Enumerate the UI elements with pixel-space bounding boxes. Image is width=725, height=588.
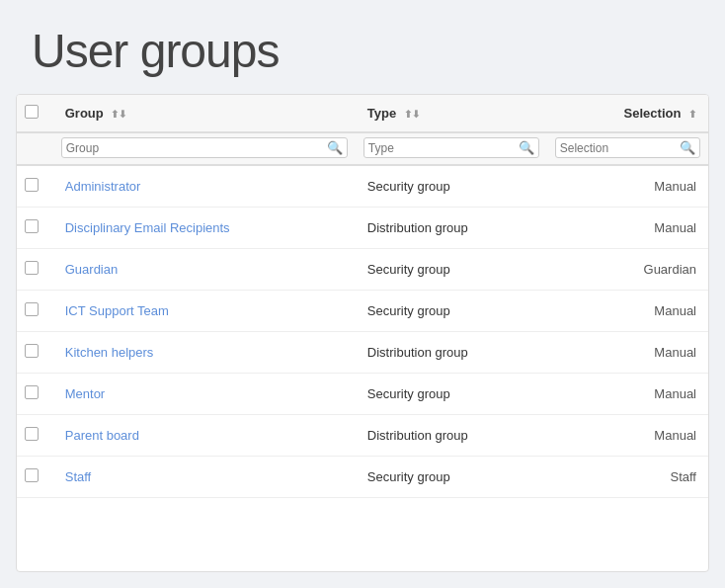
group-column-header[interactable]: Group ⬆⬇ [53,95,356,132]
row-type-cell: Security group [356,374,547,415]
select-all-checkbox[interactable] [25,105,39,119]
row-selection-cell: Manual [547,165,708,208]
user-groups-table: Group ⬆⬇ Type ⬆⬇ Selection ⬆ [17,95,708,498]
group-link[interactable]: Disciplinary Email Recipients [65,220,230,235]
row-checkbox[interactable] [25,385,39,399]
type-column-header[interactable]: Type ⬆⬇ [356,95,547,132]
row-type-cell: Distribution group [356,415,547,457]
row-selection-cell: Manual [547,374,708,415]
page-header: User groups [0,0,725,94]
row-checkbox-cell [17,415,53,457]
group-filter-input[interactable] [66,141,325,155]
group-link[interactable]: Staff [65,469,92,484]
row-selection-cell: Manual [547,208,708,249]
table-row: Mentor Security group Manual [17,374,708,415]
page-title: User groups [32,24,693,78]
row-checkbox-cell [17,291,53,332]
row-group-cell: Staff [53,457,356,498]
group-search-icon[interactable]: 🔍 [327,140,343,155]
row-checkbox-cell [17,165,53,208]
row-selection-cell: Manual [547,415,708,457]
row-group-cell: Mentor [53,374,356,415]
group-filter-wrap: 🔍 [61,137,348,158]
table-header-row: Group ⬆⬇ Type ⬆⬇ Selection ⬆ [17,95,708,132]
row-type-cell: Distribution group [356,332,547,374]
row-type-cell: Security group [356,165,547,208]
select-all-header[interactable] [17,95,53,132]
row-type-cell: Security group [356,291,547,332]
table-body: Administrator Security group Manual Disc… [17,165,708,498]
row-checkbox[interactable] [25,344,39,358]
table-scroll[interactable]: Group ⬆⬇ Type ⬆⬇ Selection ⬆ [17,95,708,571]
row-checkbox-cell [17,332,53,374]
table-row: Parent board Distribution group Manual [17,415,708,457]
row-checkbox[interactable] [25,427,39,441]
filter-selection-cell: 🔍 [547,132,708,165]
row-group-cell: Disciplinary Email Recipients [53,208,356,249]
row-checkbox[interactable] [25,261,39,275]
row-group-cell: ICT Support Team [53,291,356,332]
type-filter-wrap: 🔍 [363,137,539,158]
row-checkbox[interactable] [25,178,39,192]
selection-column-header[interactable]: Selection ⬆ [547,95,708,132]
group-link[interactable]: Mentor [65,386,105,401]
group-link[interactable]: Administrator [65,179,141,194]
table-row: ICT Support Team Security group Manual [17,291,708,332]
table-row: Administrator Security group Manual [17,165,708,208]
row-checkbox-cell [17,249,53,291]
row-selection-cell: Manual [547,291,708,332]
table-row: Staff Security group Staff [17,457,708,498]
row-checkbox[interactable] [25,219,39,233]
row-type-cell: Security group [356,457,547,498]
type-sort-icon[interactable]: ⬆⬇ [404,109,420,120]
row-checkbox-cell [17,208,53,249]
row-type-cell: Security group [356,249,547,291]
group-link[interactable]: ICT Support Team [65,303,169,318]
row-group-cell: Administrator [53,165,356,208]
selection-sort-icon[interactable]: ⬆ [688,109,696,120]
row-group-cell: Kitchen helpers [53,332,356,374]
filter-type-cell: 🔍 [356,132,547,165]
table-row: Guardian Security group Guardian [17,249,708,291]
row-selection-cell: Guardian [547,249,708,291]
table-row: Kitchen helpers Distribution group Manua… [17,332,708,374]
page-container: User groups Group ⬆⬇ Type [0,0,725,588]
group-sort-icon[interactable]: ⬆⬇ [111,109,126,120]
filter-row: 🔍 🔍 🔍 [17,132,708,165]
selection-search-icon[interactable]: 🔍 [680,140,695,155]
row-selection-cell: Staff [547,457,708,498]
group-link[interactable]: Guardian [65,262,118,277]
row-group-cell: Parent board [53,415,356,457]
row-group-cell: Guardian [53,249,356,291]
filter-group-cell: 🔍 [53,132,356,165]
row-checkbox-cell [17,457,53,498]
row-type-cell: Distribution group [356,208,547,249]
group-link[interactable]: Kitchen helpers [65,345,154,360]
group-link[interactable]: Parent board [65,428,139,443]
type-search-icon[interactable]: 🔍 [519,140,534,155]
row-checkbox[interactable] [25,302,39,316]
row-selection-cell: Manual [547,332,708,374]
filter-check-cell [17,132,53,165]
selection-filter-input[interactable] [560,141,678,155]
selection-filter-wrap: 🔍 [555,137,700,158]
row-checkbox-cell [17,374,53,415]
type-filter-input[interactable] [368,141,517,155]
row-checkbox[interactable] [25,468,39,482]
table-wrapper: Group ⬆⬇ Type ⬆⬇ Selection ⬆ [16,94,709,572]
table-row: Disciplinary Email Recipients Distributi… [17,208,708,249]
